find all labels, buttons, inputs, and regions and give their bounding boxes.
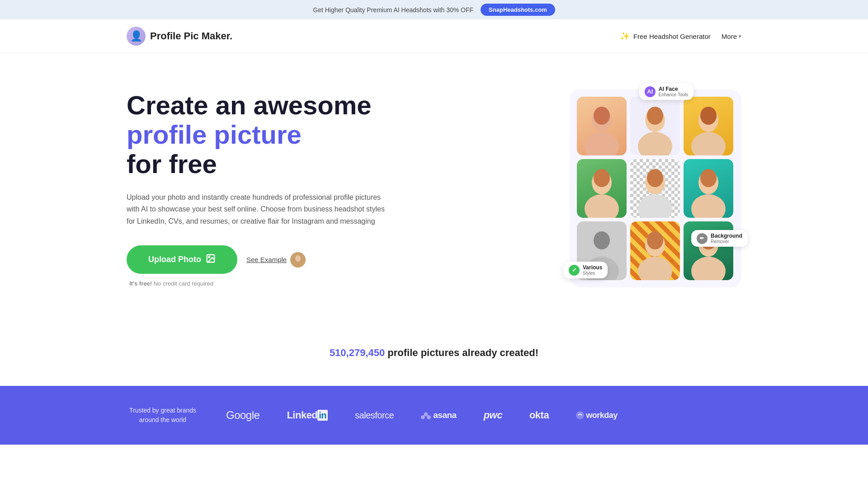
more-label: More <box>722 33 737 40</box>
hero-right: AI AI Face Enhance Tools ✏ Background Re… <box>570 89 741 288</box>
svg-point-10 <box>647 107 663 125</box>
svg-point-30 <box>691 257 726 280</box>
svg-point-13 <box>700 107 717 125</box>
hero-title-line2: profile picture <box>127 120 302 149</box>
brand-google: Google <box>226 409 259 422</box>
svg-point-34 <box>427 415 431 419</box>
svg-point-32 <box>424 412 428 416</box>
hero-description: Upload your photo and instantly create h… <box>127 192 389 227</box>
free-headshot-nav-item[interactable]: ✨ Free Headshot Generator <box>620 31 711 41</box>
stats-number: 510,279,450 <box>330 347 385 358</box>
svg-point-18 <box>638 194 672 218</box>
headshot-label: Free Headshot Generator <box>633 33 711 40</box>
stats-label: profile pictures already created! <box>385 347 538 358</box>
svg-point-25 <box>594 231 610 249</box>
sparkle-icon: ✨ <box>620 31 630 41</box>
bg-badge-text: Background Remover <box>711 233 742 244</box>
svg-point-21 <box>691 194 726 218</box>
photo-cell-3 <box>684 97 733 155</box>
hero-title-line1: Create an awesome <box>127 90 372 120</box>
upload-label: Upload Photo <box>148 255 201 264</box>
logo[interactable]: 👤 Profile Pic Maker. <box>127 27 232 46</box>
photo-grid: AI AI Face Enhance Tools ✏ Background Re… <box>570 89 741 287</box>
photo-cell-6 <box>684 159 733 218</box>
brand-workday: workday <box>576 411 618 420</box>
example-avatar <box>290 252 306 267</box>
top-banner: Get Higher Quality Premium AI Headshots … <box>0 0 868 19</box>
logo-text: Profile Pic Maker. <box>150 30 232 42</box>
free-note: It's free! No credit card required <box>127 280 389 287</box>
svg-point-3 <box>295 255 301 262</box>
svg-point-28 <box>647 231 663 249</box>
brands-section: Trusted by great brands around the world… <box>0 386 868 445</box>
brand-asana: asana <box>421 410 456 420</box>
svg-point-15 <box>585 194 619 218</box>
see-example-link[interactable]: See Example <box>246 252 306 267</box>
bg-remover-badge: ✏ Background Remover <box>691 230 748 247</box>
hero-title: Create an awesome profile picture for fr… <box>127 91 389 179</box>
upload-photo-button[interactable]: Upload Photo <box>127 245 237 274</box>
svg-point-1 <box>208 256 210 258</box>
brand-pwc: pwc <box>484 409 502 421</box>
svg-point-7 <box>594 107 610 125</box>
banner-text: Get Higher Quality Premium AI Headshots … <box>313 6 473 14</box>
svg-point-27 <box>638 257 672 280</box>
hero-section: Create an awesome profile picture for fr… <box>0 53 868 324</box>
logo-icon: 👤 <box>127 27 146 46</box>
ai-badge-text: AI Face Enhance Tools <box>659 86 688 97</box>
brand-okta: okta <box>529 409 549 421</box>
hero-left: Create an awesome profile picture for fr… <box>127 91 389 287</box>
photo-cell-1 <box>577 97 627 155</box>
photo-cell-5 <box>630 159 680 218</box>
brand-salesforce: salesforce <box>355 410 394 421</box>
brand-linkedin: Linkedin <box>287 409 328 421</box>
styles-badge-text: Various Styles <box>583 264 602 276</box>
svg-point-9 <box>638 132 672 155</box>
photo-cell-4 <box>577 159 627 218</box>
photo-cell-8 <box>630 221 680 280</box>
stats-section: 510,279,450 profile pictures already cre… <box>0 324 868 386</box>
chevron-down-icon: ▾ <box>739 33 741 39</box>
photo-cell-2 <box>630 97 680 155</box>
svg-point-12 <box>691 132 726 155</box>
svg-point-22 <box>700 169 717 187</box>
ai-badge: AI AI Face Enhance Tools <box>639 83 693 100</box>
upload-icon <box>206 253 216 266</box>
styles-badge: ✓ Various Styles <box>563 262 608 278</box>
svg-point-16 <box>594 169 610 187</box>
hero-title-line3: for free <box>127 149 217 178</box>
styles-badge-icon: ✓ <box>569 265 580 276</box>
ai-badge-icon: AI <box>645 86 656 97</box>
bg-badge-icon: ✏ <box>697 233 708 244</box>
svg-point-33 <box>421 415 425 419</box>
brands-logos: Google Linkedin salesforce asana pwc okt… <box>226 409 741 422</box>
navbar: 👤 Profile Pic Maker. ✨ Free Headshot Gen… <box>0 19 868 53</box>
svg-point-19 <box>647 169 663 187</box>
svg-point-6 <box>585 132 619 155</box>
free-note-bold: It's free! <box>129 280 152 287</box>
more-nav-item[interactable]: More ▾ <box>722 33 741 40</box>
banner-cta-button[interactable]: SnapHeadshots.com <box>481 4 555 16</box>
see-example-label: See Example <box>246 256 287 263</box>
nav-right: ✨ Free Headshot Generator More ▾ <box>620 31 741 41</box>
svg-point-35 <box>576 411 584 419</box>
brands-label: Trusted by great brands around the world <box>127 406 199 425</box>
free-note-rest: No credit card required <box>152 280 213 287</box>
hero-actions: Upload Photo See Example <box>127 245 389 274</box>
